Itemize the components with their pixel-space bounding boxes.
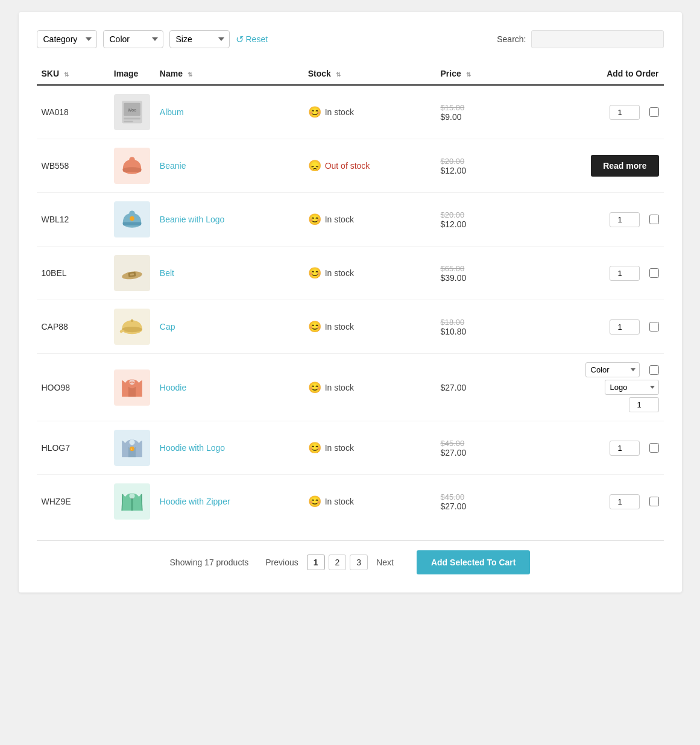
quantity-input[interactable] [610,212,640,227]
add-to-order-checkbox[interactable] [649,443,659,453]
add-order-wrap [514,105,659,120]
color-variant-select[interactable]: Color [585,362,640,377]
price-cell: $15.00$9.00 [435,85,509,139]
logo-variant-select[interactable]: Logo [605,380,659,395]
page-3-button[interactable]: 3 [350,555,368,570]
search-input[interactable] [531,30,664,48]
stock-cell: 😊In stock [303,85,436,139]
add-order-wrap [514,319,659,335]
search-area: Search: [497,30,663,48]
color-filter[interactable]: Color [103,30,163,48]
original-price: $20.00 [440,210,504,219]
product-name-link[interactable]: Album [160,107,184,117]
add-to-order-checkbox[interactable] [649,365,659,375]
size-filter[interactable]: Size [169,30,230,48]
svg-rect-10 [123,222,142,225]
product-image [114,309,150,345]
product-image-cell: Woo [109,85,155,139]
product-name-link[interactable]: Hoodie with Logo [160,443,225,453]
add-to-order-checkbox[interactable] [649,268,659,278]
product-name-link[interactable]: Cap [160,322,175,332]
product-name-link[interactable]: Belt [160,268,174,278]
quantity-input[interactable] [610,266,640,281]
current-price: $27.00 [440,448,504,457]
add-selected-to-cart-button[interactable]: Add Selected To Cart [417,550,531,574]
add-to-order-checkbox[interactable] [649,107,659,117]
product-image-cell [109,354,155,421]
product-name-cell: Belt [155,247,303,300]
add-order-wrap [514,441,659,456]
stock-status-label: In stock [325,215,354,224]
price-cell: $20.00$12.00 [435,139,509,193]
in-stock-icon: 😊 [308,105,321,119]
product-name-link[interactable]: Hoodie [160,383,186,392]
next-button[interactable]: Next [371,555,399,570]
product-image [114,255,150,291]
svg-rect-3 [124,118,140,119]
variant-selects: ColorLogo [514,362,659,412]
previous-button[interactable]: Previous [260,555,303,570]
price-cell: $65.00$39.00 [435,247,509,300]
add-to-order-checkbox[interactable] [649,215,659,224]
quantity-input[interactable] [610,105,640,120]
read-more-button[interactable]: Read more [591,155,658,177]
quantity-input[interactable] [610,319,640,335]
quantity-input[interactable] [629,397,659,412]
in-stock-icon: 😊 [308,495,321,508]
stock-status-label: In stock [325,322,354,332]
product-image-cell [109,247,155,300]
table-row: WA018 Woo Album😊In stock$15.00$9.00 [37,85,664,139]
stock-header[interactable]: Stock ⇅ [303,63,436,85]
sku-cell: HOO98 [37,354,109,421]
name-header[interactable]: Name ⇅ [155,63,303,85]
add-order-wrap [514,212,659,227]
current-price: $39.00 [440,273,504,283]
original-price: $15.00 [440,103,504,112]
product-name-cell: Album [155,85,303,139]
reset-button[interactable]: ↺ Reset [236,34,268,45]
product-image-cell [109,193,155,247]
price-header[interactable]: Price ⇅ [435,63,509,85]
sku-cell: 10BEL [37,247,109,300]
variant-color-row: Color [585,362,659,377]
category-filter[interactable]: Category [37,30,97,48]
products-table: SKU ⇅ Image Name ⇅ Stock ⇅ Price ⇅ [37,63,664,528]
add-to-order-cell [509,193,664,247]
in-stock-icon: 😊 [308,381,321,394]
current-price: $27.00 [440,501,504,511]
quantity-input[interactable] [610,494,640,509]
sku-header[interactable]: SKU ⇅ [37,63,109,85]
page-2-button[interactable]: 2 [329,555,347,570]
footer-bar: Showing 17 products Previous 1 2 3 Next … [37,540,664,574]
product-name-cell: Hoodie with Logo [155,421,303,475]
product-name-cell: Beanie [155,139,303,193]
product-name-link[interactable]: Beanie with Logo [160,215,224,224]
product-name-link[interactable]: Hoodie with Zipper [160,497,230,506]
stock-status-label: Out of stock [325,161,370,171]
showing-text: Showing 17 products [170,558,249,567]
pagination: Previous 1 2 3 Next [260,555,399,570]
out-of-stock-icon: 😞 [308,159,321,172]
sku-cell: WHZ9E [37,475,109,529]
add-to-order-cell [509,85,664,139]
product-image-cell [109,300,155,354]
reset-label: Reset [246,34,268,44]
stock-status-label: In stock [325,497,354,506]
quantity-input[interactable] [610,441,640,456]
add-to-order-checkbox[interactable] [649,322,659,332]
original-price: $65.00 [440,264,504,273]
svg-point-18 [131,319,134,322]
product-name-link[interactable]: Beanie [160,161,186,171]
add-to-order-cell [509,300,664,354]
page-1-button[interactable]: 1 [307,555,325,570]
price-sort-icon: ⇅ [466,71,471,78]
price-cell: $45.00$27.00 [435,421,509,475]
table-header-row: SKU ⇅ Image Name ⇅ Stock ⇅ Price ⇅ [37,63,664,85]
add-to-order-checkbox[interactable] [649,497,659,506]
stock-status-label: In stock [325,383,354,392]
product-image [114,369,150,406]
sku-cell: HLOG7 [37,421,109,475]
sku-cell: WBL12 [37,193,109,247]
in-stock-icon: 😊 [308,213,321,226]
svg-point-11 [130,216,134,221]
